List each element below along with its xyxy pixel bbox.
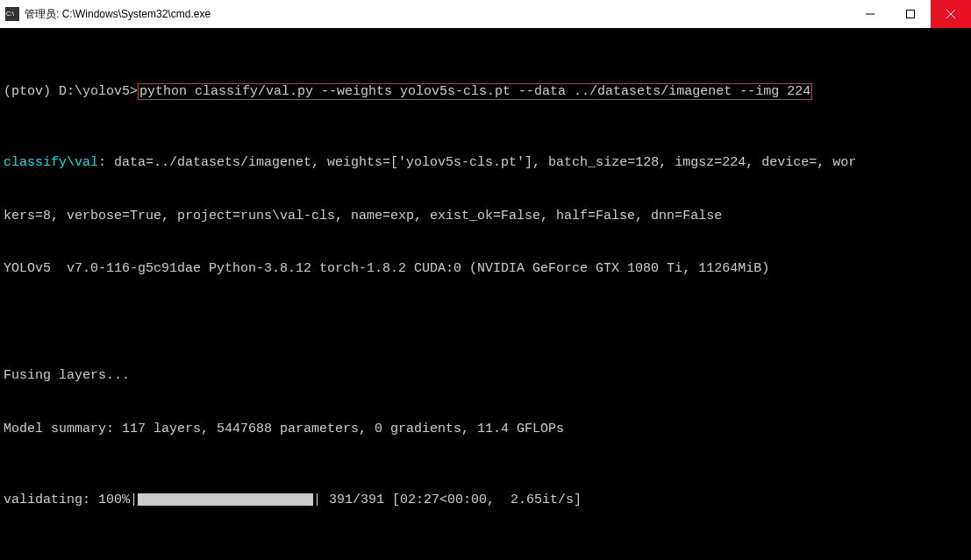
cmd-icon xyxy=(5,7,19,21)
window-titlebar: 管理员: C:\Windows\System32\cmd.exe xyxy=(0,0,971,28)
prompt: (ptov) D:\yolov5> xyxy=(4,84,138,99)
minimize-button[interactable] xyxy=(850,0,890,28)
log-line: YOLOv5 v7.0-116-g5c91dae Python-3.8.12 t… xyxy=(4,260,967,278)
window-title: 管理员: C:\Windows\System32\cmd.exe xyxy=(25,7,211,21)
blank-line xyxy=(4,314,967,331)
log-line: Model summary: 117 layers, 5447688 param… xyxy=(4,421,967,438)
progress-line: validating: 100%|| 391/391 [02:27<00:00,… xyxy=(4,492,967,509)
maximize-button[interactable] xyxy=(890,0,931,28)
minimize-icon xyxy=(866,10,875,18)
log-line: kers=8, verbose=True, project=runs\val-c… xyxy=(4,208,967,225)
svg-rect-1 xyxy=(907,11,915,18)
close-button[interactable] xyxy=(931,0,971,28)
progress-label: validating: 100%| xyxy=(4,493,138,507)
command-line: (ptov) D:\yolov5>python classify/val.py … xyxy=(4,83,967,101)
maximize-icon xyxy=(906,10,915,18)
progress-bar xyxy=(138,493,313,506)
progress-tail: | 391/391 [02:27<00:00, 2.65it/s] xyxy=(313,493,582,507)
log-line: Fusing layers... xyxy=(4,367,967,385)
close-icon xyxy=(946,10,955,18)
terminal-output[interactable]: (ptov) D:\yolov5>python classify/val.py … xyxy=(0,28,971,560)
log-line: classify\val: data=../datasets/imagenet,… xyxy=(4,154,967,172)
log-text: : data=../datasets/imagenet, weights=['y… xyxy=(98,155,856,170)
command-text: python classify/val.py --weights yolov5s… xyxy=(139,84,810,99)
log-prefix: classify\val xyxy=(4,155,98,170)
command-highlight: python classify/val.py --weights yolov5s… xyxy=(138,83,812,100)
